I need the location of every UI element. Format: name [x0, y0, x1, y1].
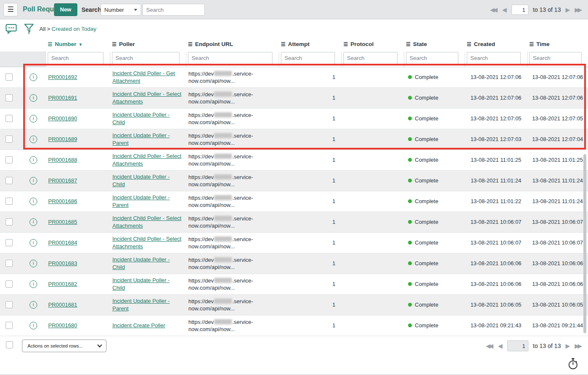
row-checkbox[interactable] — [5, 322, 13, 329]
poller-link[interactable]: Incident Update Poller - Parent — [112, 298, 170, 312]
info-icon[interactable] — [30, 218, 37, 226]
chat-icon[interactable] — [5, 24, 17, 36]
poller-link[interactable]: Incident Child Poller - Get Attachment — [112, 70, 175, 84]
row-checkbox[interactable] — [5, 280, 13, 288]
row-checkbox[interactable] — [5, 94, 13, 101]
column-header-state[interactable]: ☰State — [404, 36, 465, 52]
info-icon[interactable] — [30, 198, 37, 205]
column-menu-icon[interactable]: ☰ — [529, 41, 534, 47]
record-number-link[interactable]: PR0001689 — [48, 136, 77, 142]
column-header-poller[interactable]: ☰Poller — [110, 36, 186, 52]
new-button[interactable]: New — [54, 3, 77, 16]
column-menu-icon[interactable]: ☰ — [112, 41, 117, 47]
column-header-protocol[interactable]: ☰Protocol — [341, 36, 404, 52]
row-checkbox[interactable] — [5, 73, 13, 81]
menu-icon[interactable]: ☰ — [3, 3, 18, 16]
record-number-link[interactable]: PR0001681 — [48, 302, 77, 308]
row-checkbox[interactable] — [5, 260, 13, 267]
record-number-link[interactable]: PR0001691 — [48, 95, 77, 101]
filter-input-number[interactable] — [48, 52, 103, 64]
record-number-link[interactable]: PR0001690 — [48, 115, 77, 122]
actions-on-selected-rows-select[interactable]: Actions on selected rows... — [22, 340, 106, 352]
info-icon[interactable] — [30, 177, 37, 185]
record-number-link[interactable]: PR0001680 — [48, 322, 77, 329]
info-icon[interactable] — [30, 94, 37, 102]
poller-link[interactable]: Incident Child Poller - Select Attachmen… — [112, 91, 181, 105]
record-number-link[interactable]: PR0001692 — [48, 74, 77, 80]
filter-icon[interactable] — [24, 23, 34, 37]
filter-input-endpoint-url[interactable] — [188, 52, 272, 64]
info-icon[interactable] — [30, 322, 37, 329]
column-menu-icon[interactable]: ☰ — [406, 41, 411, 47]
column-header-created[interactable]: ☰Created — [465, 36, 527, 52]
poller-link[interactable]: Incident Child Poller - Select Attachmen… — [112, 215, 181, 229]
select-all-checkbox[interactable] — [6, 341, 13, 348]
info-icon[interactable] — [30, 280, 37, 288]
poller-link[interactable]: Incident Update Poller - Parent — [112, 132, 170, 146]
row-checkbox[interactable] — [5, 177, 13, 184]
poller-link[interactable]: Incident Child Poller - Select Attachmen… — [112, 236, 181, 250]
search-field-select[interactable]: Number — [101, 4, 141, 16]
first-page-icon[interactable]: ◀◀ — [486, 342, 493, 349]
column-menu-icon[interactable]: ☰ — [467, 41, 471, 47]
breadcrumb-filter-link[interactable]: Created on Today — [52, 26, 96, 32]
filter-input-attempt[interactable] — [281, 52, 335, 64]
info-icon[interactable] — [30, 136, 37, 143]
row-checkbox[interactable] — [5, 301, 13, 308]
time-cell: 13-08-2021 11:01:24 — [527, 170, 588, 191]
filter-input-created[interactable] — [467, 52, 521, 64]
next-page-icon[interactable]: ▶ — [566, 342, 570, 349]
info-icon[interactable] — [30, 239, 37, 247]
info-icon[interactable] — [30, 73, 37, 81]
next-page-icon[interactable]: ▶ — [566, 6, 570, 13]
poller-link[interactable]: Incident Create Poller — [112, 322, 165, 329]
record-number-link[interactable]: PR0001687 — [48, 177, 77, 184]
filter-input-state[interactable] — [406, 52, 458, 64]
prev-page-icon[interactable]: ◀ — [498, 342, 503, 349]
table-row: PR0001685 Incident Child Poller - Select… — [0, 212, 588, 232]
search-input[interactable] — [142, 4, 205, 16]
column-header-attempt[interactable]: ☰Attempt — [279, 36, 341, 52]
column-menu-icon[interactable]: ☰ — [188, 41, 193, 47]
row-checkbox[interactable] — [5, 218, 13, 226]
row-checkbox[interactable] — [5, 239, 13, 246]
poller-link[interactable]: Incident Update Poller - Child — [112, 111, 170, 125]
filter-input-poller[interactable] — [112, 52, 180, 64]
poller-link[interactable]: Incident Update Poller - Child — [112, 256, 170, 270]
row-checkbox[interactable] — [5, 198, 13, 205]
filter-input-protocol[interactable] — [343, 52, 397, 64]
row-checkbox[interactable] — [5, 115, 13, 122]
breadcrumb-all[interactable]: All — [39, 26, 46, 32]
column-menu-icon[interactable]: ☰ — [343, 41, 348, 47]
poller-link[interactable]: Incident Update Poller - Child — [112, 174, 170, 188]
info-icon[interactable] — [30, 115, 37, 122]
record-number-link[interactable]: PR0001683 — [48, 260, 77, 266]
record-number-link[interactable]: PR0001682 — [48, 281, 77, 287]
page-number-input[interactable] — [512, 5, 528, 15]
row-checkbox[interactable] — [5, 136, 13, 143]
prev-page-icon[interactable]: ◀ — [502, 6, 507, 13]
info-icon[interactable] — [30, 156, 37, 164]
column-header-time[interactable]: ☰Time — [527, 36, 588, 52]
column-header-endpoint-url[interactable]: ☰Endpoint URL — [186, 36, 279, 52]
record-number-link[interactable]: PR0001685 — [48, 219, 77, 225]
page-number-input[interactable] — [507, 340, 528, 351]
poller-link[interactable]: Incident Update Poller - Child — [112, 277, 170, 291]
info-icon[interactable] — [30, 301, 37, 309]
last-page-icon[interactable]: ▶▶ — [574, 6, 582, 13]
timer-icon[interactable] — [567, 358, 579, 372]
column-menu-icon[interactable]: ☰ — [281, 41, 286, 47]
filter-input-time[interactable] — [529, 52, 582, 64]
info-icon[interactable] — [30, 260, 37, 267]
record-number-link[interactable]: PR0001686 — [48, 198, 77, 204]
first-page-icon[interactable]: ◀◀ — [490, 6, 498, 13]
last-page-icon[interactable]: ▶▶ — [574, 342, 582, 349]
record-number-link[interactable]: PR0001684 — [48, 239, 77, 246]
column-header-number[interactable]: ☰Number▼ — [46, 36, 110, 52]
column-menu-icon[interactable]: ☰ — [48, 41, 52, 47]
poller-link[interactable]: Incident Child Poller - Select Attachmen… — [112, 153, 181, 167]
record-number-link[interactable]: PR0001688 — [48, 157, 77, 163]
poller-link[interactable]: Incident Update Poller - Parent — [112, 194, 170, 208]
vertical-scrollbar[interactable] — [583, 154, 586, 333]
row-checkbox[interactable] — [5, 156, 13, 163]
